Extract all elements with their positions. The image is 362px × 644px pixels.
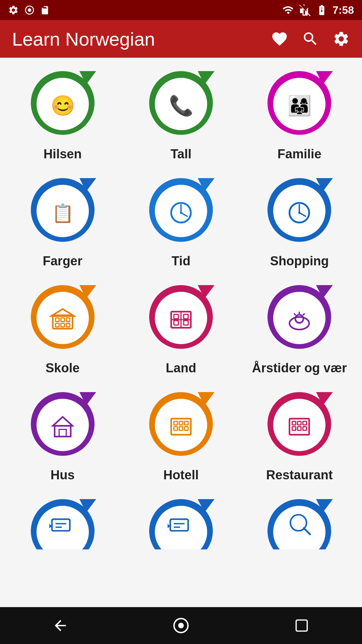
svg-text:📋: 📋 bbox=[51, 203, 74, 224]
svg-line-42 bbox=[294, 314, 296, 315]
category-bubble-land bbox=[146, 282, 216, 356]
svg-rect-35 bbox=[184, 321, 188, 325]
category-label-shopping: Shopping bbox=[270, 254, 329, 268]
svg-point-1 bbox=[28, 8, 32, 12]
category-item-cat14[interactable] bbox=[125, 496, 237, 549]
category-label-restaurant: Restaurant bbox=[266, 468, 333, 482]
svg-rect-26 bbox=[55, 323, 59, 327]
svg-text:👨‍👩‍👧: 👨‍👩‍👧 bbox=[287, 94, 312, 117]
svg-rect-59 bbox=[298, 421, 301, 425]
category-label-hotell: Hotell bbox=[163, 468, 199, 482]
home-button[interactable] bbox=[168, 612, 194, 639]
category-bubble-arstider bbox=[264, 282, 335, 356]
back-button[interactable] bbox=[47, 612, 74, 639]
category-bubble-farger: 📋 bbox=[27, 175, 98, 249]
settings-toolbar-icon[interactable] bbox=[333, 30, 350, 48]
svg-rect-70 bbox=[170, 519, 188, 531]
svg-line-76 bbox=[304, 528, 310, 535]
category-label-arstider: Årstider og vær bbox=[252, 361, 347, 375]
svg-rect-65 bbox=[52, 519, 70, 531]
status-right-icons: 7:58 bbox=[282, 4, 354, 16]
search-icon[interactable] bbox=[302, 30, 319, 48]
category-icon-shopping bbox=[286, 199, 313, 226]
svg-text:📞: 📞 bbox=[169, 94, 193, 117]
category-icon-tall: 📞 bbox=[168, 92, 194, 119]
status-time: 7:58 bbox=[333, 4, 354, 16]
status-left-icons bbox=[8, 5, 50, 15]
svg-rect-32 bbox=[174, 314, 178, 319]
category-bubble-cat13 bbox=[27, 496, 98, 549]
svg-rect-25 bbox=[66, 318, 70, 322]
recent-button[interactable] bbox=[288, 612, 315, 639]
category-item-skole[interactable]: Skole bbox=[7, 282, 118, 375]
navigation-bar bbox=[0, 607, 362, 644]
category-item-shopping[interactable]: Shopping bbox=[244, 175, 355, 268]
svg-rect-27 bbox=[61, 323, 64, 327]
category-icon-restaurant bbox=[286, 413, 313, 440]
category-item-hilsen[interactable]: 😊Hilsen bbox=[7, 68, 118, 161]
category-icon-cat13 bbox=[49, 510, 76, 537]
category-bubble-tall: 📞 bbox=[146, 68, 216, 142]
category-bubble-hus bbox=[27, 389, 98, 463]
category-item-cat13[interactable] bbox=[7, 496, 118, 549]
category-icon-farger: 📋 bbox=[49, 199, 76, 226]
category-grid: 😊Hilsen📞Tall👨‍👩‍👧Familie📋FargerTidShoppi… bbox=[0, 58, 362, 607]
category-label-hus: Hus bbox=[51, 468, 75, 482]
category-bubble-skole bbox=[27, 282, 98, 356]
category-icon-land bbox=[168, 306, 194, 333]
svg-rect-63 bbox=[303, 427, 307, 430]
category-icon-familie: 👨‍👩‍👧 bbox=[286, 92, 313, 119]
category-item-arstider[interactable]: Årstider og vær bbox=[244, 282, 355, 375]
category-icon-arstider bbox=[286, 306, 313, 333]
category-item-familie[interactable]: 👨‍👩‍👧Familie bbox=[244, 68, 355, 161]
category-label-skole: Skole bbox=[46, 361, 79, 375]
svg-rect-28 bbox=[66, 323, 70, 327]
sdcard-status-icon bbox=[40, 5, 50, 15]
toolbar-actions bbox=[271, 30, 350, 48]
settings-status-icon bbox=[8, 5, 19, 15]
category-bubble-cat14 bbox=[146, 496, 216, 549]
category-icon-cat15 bbox=[286, 510, 313, 537]
signal-icon bbox=[299, 4, 311, 16]
svg-rect-54 bbox=[179, 427, 183, 430]
svg-rect-34 bbox=[174, 321, 178, 325]
category-item-tall[interactable]: 📞Tall bbox=[125, 68, 237, 161]
category-icon-hilsen: 😊 bbox=[49, 92, 76, 119]
category-item-farger[interactable]: 📋Farger bbox=[7, 175, 118, 268]
category-label-hilsen: Hilsen bbox=[44, 147, 82, 161]
category-item-restaurant[interactable]: Restaurant bbox=[244, 389, 355, 482]
category-label-tid: Tid bbox=[172, 254, 190, 268]
svg-rect-23 bbox=[55, 318, 59, 322]
category-item-hus[interactable]: Hus bbox=[7, 389, 118, 482]
category-item-cat15[interactable] bbox=[244, 496, 355, 549]
svg-rect-46 bbox=[55, 426, 71, 437]
svg-rect-52 bbox=[185, 421, 188, 425]
svg-rect-55 bbox=[185, 427, 188, 430]
svg-rect-47 bbox=[59, 429, 66, 436]
circle-status-icon bbox=[24, 5, 35, 15]
app-title: Learn Norwegian bbox=[12, 28, 155, 50]
svg-rect-61 bbox=[292, 427, 296, 430]
svg-rect-58 bbox=[292, 421, 296, 425]
heart-icon[interactable] bbox=[271, 30, 288, 48]
svg-rect-62 bbox=[298, 427, 301, 430]
category-label-farger: Farger bbox=[43, 254, 82, 268]
category-bubble-tid bbox=[146, 175, 216, 249]
category-bubble-restaurant bbox=[264, 389, 335, 463]
svg-rect-60 bbox=[303, 421, 307, 425]
battery-icon bbox=[316, 4, 328, 16]
category-label-land: Land bbox=[166, 361, 196, 375]
svg-point-40 bbox=[295, 315, 303, 323]
svg-point-78 bbox=[178, 623, 184, 629]
svg-point-15 bbox=[180, 212, 182, 214]
category-item-land[interactable]: Land bbox=[125, 282, 237, 375]
category-bubble-cat15 bbox=[264, 496, 335, 549]
svg-marker-45 bbox=[53, 417, 72, 426]
category-item-hotell[interactable]: Hotell bbox=[125, 389, 237, 482]
svg-rect-51 bbox=[179, 421, 183, 425]
wifi-icon bbox=[282, 4, 294, 16]
category-icon-hotell bbox=[168, 413, 194, 440]
category-item-tid[interactable]: Tid bbox=[125, 175, 237, 268]
category-icon-cat14 bbox=[168, 510, 194, 537]
category-icon-skole bbox=[49, 306, 76, 333]
